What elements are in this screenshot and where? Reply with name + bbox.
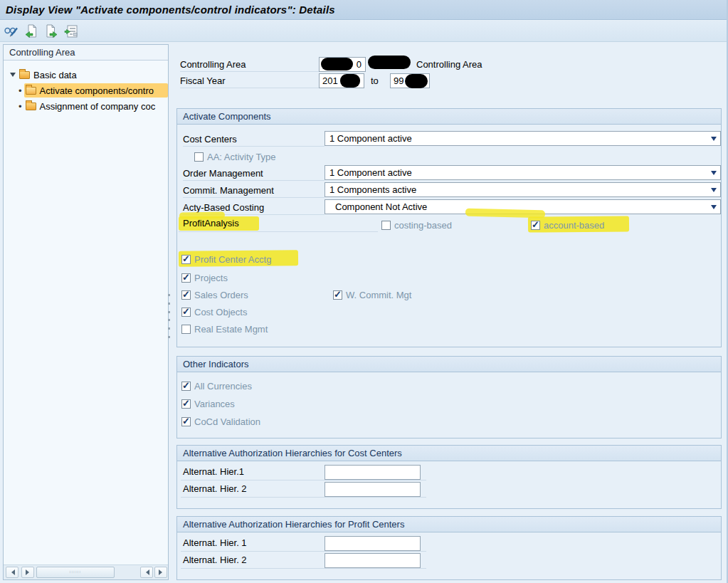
variances-row: Variances [181, 396, 235, 411]
profit-analysis-row: ProfitAnalysis [179, 216, 378, 232]
cost-objects-row: Cost Objects [181, 305, 247, 319]
all-currencies-row: All Currencies [181, 379, 252, 393]
cost-centers-label: Cost Centers [183, 132, 325, 147]
tree-item-basic-data[interactable]: Basic data [4, 68, 168, 82]
display-change-button[interactable] [3, 23, 20, 40]
order-management-label: Order Management [183, 167, 325, 181]
aa-activity-type-row: AA: Activity Type [194, 149, 276, 164]
w-commit-mgt-row: W. Commit. Mgt [333, 288, 411, 302]
chevron-down-icon[interactable] [10, 73, 16, 80]
fiscal-year-label: Fiscal Year [180, 74, 320, 88]
panel-splitter[interactable] [166, 294, 172, 338]
controlling-area-code-suffix: 0 [357, 58, 362, 71]
tree-header: Controlling Area [4, 45, 168, 61]
controlling-area-description: Controlling Area [416, 58, 482, 72]
controlling-area-label: Controlling Area [180, 58, 320, 72]
alternat-hier1-row: Alternat. Hier. 1 [181, 535, 426, 552]
controlling-area-field[interactable]: 0 [319, 57, 366, 72]
folder-icon [19, 71, 30, 79]
scroll-left-button-2[interactable] [140, 567, 153, 578]
alternat-hier1-row: Alternat. Hier.1 [181, 464, 426, 480]
next-entry-button[interactable] [43, 23, 60, 40]
profit-analysis-label: ProfitAnalysis [183, 218, 239, 229]
group-title: Alternative Authorization Hierarchies fo… [177, 446, 721, 461]
aa-activity-type-checkbox[interactable] [194, 152, 204, 162]
position-button[interactable] [63, 23, 80, 40]
redaction [321, 58, 353, 70]
fiscal-year-from-value: 201 [322, 75, 338, 86]
projects-checkbox[interactable] [181, 273, 191, 283]
page-title: Display View "Activate components/contro… [6, 4, 335, 16]
chevron-down-icon [711, 137, 717, 144]
account-based-row: account-based [531, 218, 604, 232]
redaction [405, 74, 428, 88]
account-based-checkbox[interactable] [531, 221, 540, 230]
chevron-down-icon [711, 171, 717, 178]
tree-item-assignment-company-codes[interactable]: • Assignment of company coc [4, 99, 168, 113]
real-estate-mgmt-row: Real Estate Mgmt [181, 322, 268, 336]
real-estate-mgmt-checkbox[interactable] [181, 325, 191, 334]
alternat-hier2-input[interactable] [325, 482, 421, 497]
previous-entry-icon [23, 23, 39, 39]
alternat-hier1-input[interactable] [325, 536, 421, 551]
all-currencies-label: All Currencies [194, 381, 252, 392]
alt-auth-cost-centers-group: Alternative Authorization Hierarchies fo… [176, 445, 722, 509]
open-folder-icon [26, 87, 36, 95]
projects-label: Projects [194, 273, 228, 283]
account-based-label: account-based [544, 220, 604, 231]
cost-centers-dropdown[interactable]: 1 Component active [325, 131, 721, 146]
chevron-down-icon [711, 205, 717, 212]
sales-orders-checkbox[interactable] [181, 290, 191, 300]
grip-icon: ∷∷∷ [70, 571, 81, 574]
scroll-right-button[interactable] [21, 567, 34, 578]
tree-item-label: Activate components/contro [40, 85, 154, 96]
group-title: Activate Components [177, 109, 721, 125]
redaction [340, 74, 360, 88]
chevron-down-icon [711, 188, 717, 195]
projects-row: Projects [181, 271, 228, 285]
bullet-icon: • [19, 85, 22, 96]
previous-entry-button[interactable] [23, 23, 40, 40]
tree-item-label: Assignment of company coc [40, 101, 156, 112]
cost-objects-checkbox[interactable] [181, 308, 191, 317]
application-toolbar [0, 21, 727, 42]
scroll-right-button-2[interactable] [154, 567, 167, 578]
profit-center-acctg-row: Profit Center Acctg [181, 252, 271, 266]
costing-based-checkbox[interactable] [381, 221, 391, 230]
alternat-hier2-input[interactable] [325, 553, 421, 568]
w-commit-mgt-checkbox[interactable] [333, 290, 342, 300]
commit-management-dropdown[interactable]: 1 Components active [325, 182, 721, 197]
sales-orders-label: Sales Orders [194, 290, 248, 300]
alternat-hier2-row: Alternat. Hier. 2 [181, 481, 426, 498]
alternat-hier1-input[interactable] [325, 465, 421, 480]
redaction [368, 56, 411, 69]
group-title: Alternative Authorization Hierarchies fo… [177, 517, 721, 532]
fiscal-year-to-field[interactable]: 99 [390, 73, 430, 88]
alternat-hier2-row: Alternat. Hier. 2 [181, 552, 426, 569]
variances-checkbox[interactable] [181, 399, 191, 409]
position-icon [63, 23, 79, 39]
fiscal-year-from-field[interactable]: 201 [319, 73, 364, 88]
scrollbar-thumb[interactable]: ∷∷∷ [36, 567, 115, 578]
activate-components-group: Activate Components Cost Centers 1 Compo… [176, 108, 722, 347]
cocd-validation-checkbox[interactable] [181, 417, 191, 426]
order-management-dropdown[interactable]: 1 Component active [325, 165, 721, 180]
scroll-left-button[interactable] [6, 567, 19, 578]
next-entry-icon [43, 23, 59, 39]
profit-center-acctg-checkbox[interactable] [181, 255, 191, 264]
real-estate-mgmt-label: Real Estate Mgmt [194, 324, 268, 335]
w-commit-mgt-label: W. Commit. Mgt [346, 290, 411, 300]
display-change-icon [4, 23, 19, 39]
tree-horizontal-scrollbar[interactable]: ∷∷∷ [4, 564, 168, 579]
all-currencies-checkbox[interactable] [181, 382, 191, 391]
fiscal-year-to-value: 99 [394, 75, 403, 86]
alternat-hier1-label: Alternat. Hier. 1 [183, 537, 247, 548]
tree-item-activate-components[interactable]: • Activate components/contro [4, 83, 168, 98]
detail-form: Controlling Area 0 Controlling Area Fisc… [174, 44, 723, 583]
other-indicators-group: Other Indicators All Currencies Variance… [176, 356, 722, 438]
fiscal-year-to-word: to [371, 74, 379, 88]
commit-management-label: Commit. Management [183, 184, 325, 198]
cocd-validation-row: CoCd Validation [181, 414, 260, 429]
bullet-icon: • [19, 101, 22, 112]
aa-activity-type-label: AA: Activity Type [207, 152, 276, 162]
